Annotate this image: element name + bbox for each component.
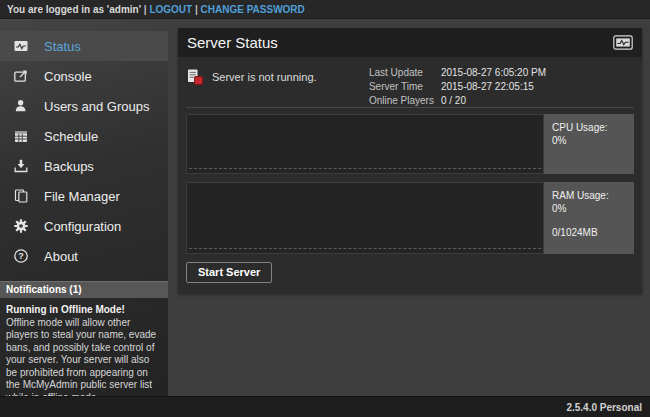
main-area: Server Status [168,19,650,396]
ram-usage-box: RAM Usage: 0% 0/1024MB [544,182,634,254]
sidebar-item-users-and-groups[interactable]: Users and Groups [0,91,168,121]
ram-gauge-row: RAM Usage: 0% 0/1024MB [186,182,634,254]
separator: | [192,4,200,15]
info-label: Online Players [369,95,441,106]
sidebar-item-schedule[interactable]: Schedule [0,121,168,151]
version-text: 2.5.4.0 Personal [566,402,642,413]
ram-chart-area [186,182,544,254]
cpu-usage-box: CPU Usage: 0% [544,114,634,174]
server-status-panel: Server Status [178,28,642,294]
cpu-chart-area [186,114,544,174]
logout-link[interactable]: LOGOUT [149,4,192,15]
info-value: 0 / 20 [441,95,466,106]
ram-usage-value: 0% [552,202,626,215]
backups-icon [13,158,29,174]
topbar: You are logged in as 'admin' | LOGOUT | … [0,0,650,19]
sidebar-item-status[interactable]: Status [0,31,168,61]
server-status-text: Server is not running. [212,71,317,83]
server-stopped-icon [186,68,204,86]
server-status-message: Server is not running. [186,68,317,86]
notifications-header: Notifications (1) [0,281,168,298]
panel-content: Server is not running. Last Update 2015-… [178,57,642,294]
sidebar: Status Console Users and Groups [0,19,168,396]
sidebar-item-label: Status [44,39,81,54]
page-title: Server Status [187,34,278,51]
sidebar-item-configuration[interactable]: Configuration [0,211,168,241]
ram-usage-detail: 0/1024MB [552,226,626,239]
start-server-button[interactable]: Start Server [186,262,272,283]
file-manager-icon [13,188,29,204]
sidebar-item-label: Backups [44,159,94,174]
panel-header: Server Status [178,28,642,57]
sidebar-item-label: File Manager [44,189,120,204]
ram-usage-label: RAM Usage: [552,189,626,202]
info-label: Last Update [369,67,441,78]
info-line-online-players: Online Players 0 / 20 [369,95,546,106]
sidebar-item-label: About [44,249,78,264]
sidebar-item-label: Console [44,69,92,84]
notification-text: Offline mode will allow other players to… [6,317,162,397]
cpu-usage-value: 0% [552,134,626,147]
sidebar-item-label: Configuration [44,219,121,234]
status-icon [13,38,29,54]
sidebar-item-label: Schedule [44,129,98,144]
mcmyadmin-app: You are logged in as 'admin' | LOGOUT | … [0,0,650,417]
cpu-usage-label: CPU Usage: [552,121,626,134]
sidebar-item-file-manager[interactable]: File Manager [0,181,168,211]
gear-icon [13,218,29,234]
users-icon [13,98,29,114]
server-info-table: Last Update 2015-08-27 6:05:20 PM Server… [369,67,546,109]
notification-title: Running in Offline Mode! [6,304,162,317]
sidebar-item-backups[interactable]: Backups [0,151,168,181]
sidebar-item-console[interactable]: Console [0,61,168,91]
cpu-gauge-row: CPU Usage: 0% [186,114,634,174]
logged-in-text: You are logged in as 'admin' [7,4,141,15]
question-icon: ? [13,248,29,264]
sidebar-menu: Status Console Users and Groups [0,19,168,271]
svg-text:?: ? [18,251,24,261]
info-value: 2015-08-27 22:05:15 [441,81,534,92]
cpu-chart-baseline [189,168,541,169]
footer-bar: 2.5.4.0 Personal [0,396,650,417]
sidebar-item-about[interactable]: ? About [0,241,168,271]
info-line-last-update: Last Update 2015-08-27 6:05:20 PM [369,67,546,78]
notification-item: Running in Offline Mode! Offline mode wi… [0,298,168,396]
server-info-row: Server is not running. Last Update 2015-… [186,65,634,107]
console-icon [13,68,29,84]
info-label: Server Time [369,81,441,92]
sidebar-item-label: Users and Groups [44,99,150,114]
change-password-link[interactable]: CHANGE PASSWORD [201,4,305,15]
schedule-icon [13,128,29,144]
info-value: 2015-08-27 6:05:20 PM [441,67,546,78]
status-chart-icon [613,35,633,50]
ram-chart-baseline [189,248,541,249]
info-line-server-time: Server Time 2015-08-27 22:05:15 [369,81,546,92]
separator: | [141,4,149,15]
